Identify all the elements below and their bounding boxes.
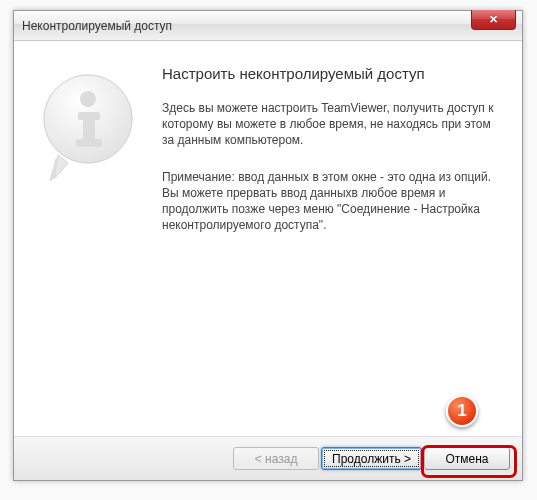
close-icon: ✕ — [489, 13, 498, 26]
window-title: Неконтролируемый доступ — [22, 19, 172, 33]
icon-column — [22, 59, 162, 436]
titlebar: Неконтролируемый доступ ✕ — [14, 11, 522, 41]
button-bar: < назад Продолжить > Отмена — [14, 436, 522, 480]
paragraph-2: Примечание: ввод данных в этом окне - эт… — [162, 169, 498, 234]
annotation-callout-1: 1 — [446, 395, 478, 427]
text-column: Настроить неконтролируемый доступ Здесь … — [162, 59, 498, 436]
svg-rect-4 — [76, 139, 102, 147]
callout-number: 1 — [457, 401, 466, 421]
back-button: < назад — [233, 447, 319, 470]
cancel-button[interactable]: Отмена — [424, 447, 510, 470]
page-heading: Настроить неконтролируемый доступ — [162, 65, 498, 82]
svg-point-1 — [80, 91, 96, 107]
info-icon — [28, 67, 148, 187]
content-area: Настроить неконтролируемый доступ Здесь … — [14, 41, 522, 436]
paragraph-1: Здесь вы можете настроить TeamViewer, по… — [162, 100, 498, 149]
close-button[interactable]: ✕ — [471, 10, 516, 30]
svg-rect-3 — [83, 112, 95, 142]
continue-button[interactable]: Продолжить > — [321, 447, 422, 470]
